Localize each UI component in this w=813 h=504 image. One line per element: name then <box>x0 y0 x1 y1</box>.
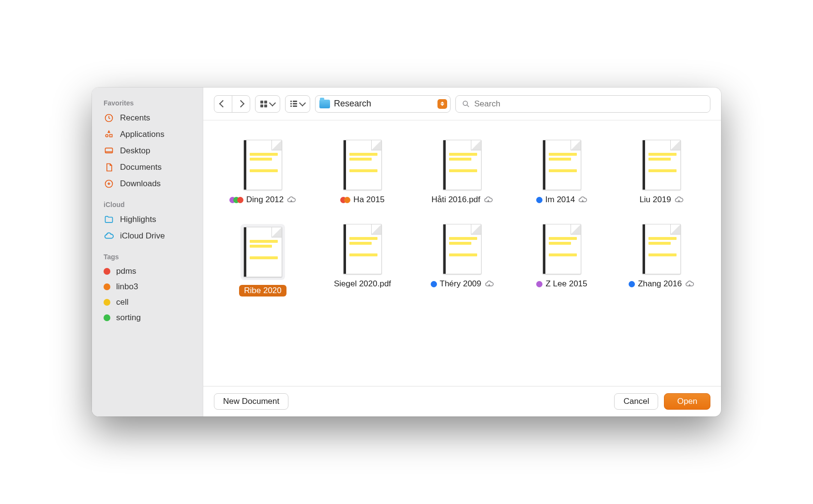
chevron-down-icon <box>300 102 305 106</box>
sidebar-item-label: linbo3 <box>116 282 138 292</box>
sidebar-item-label: Highlights <box>120 215 156 224</box>
file-item[interactable]: Zhang 2016 <box>617 224 707 296</box>
sidebar-item-label: Documents <box>120 163 162 172</box>
cloud-download-icon <box>674 196 684 203</box>
sidebar-item-documents[interactable]: Documents <box>92 159 203 176</box>
cloud-blue-icon <box>104 231 114 241</box>
tag-dots-icon <box>431 281 437 287</box>
file-thumbnail-icon <box>642 224 681 274</box>
file-name: Håti 2016.pdf <box>431 195 480 205</box>
file-label: Z Lee 2015 <box>536 279 587 289</box>
clock-icon <box>104 113 114 123</box>
sidebar-item-label: Applications <box>120 130 165 139</box>
list-icon <box>290 101 297 107</box>
file-name: Ding 2012 <box>246 195 284 205</box>
desktop-icon <box>104 146 114 156</box>
file-label: Ha 2015 <box>340 195 384 205</box>
nav-buttons <box>214 95 250 113</box>
file-label: Théry 2009 <box>431 279 494 289</box>
tag-dots-icon <box>629 281 635 287</box>
file-item[interactable]: Ding 2012 <box>218 140 308 205</box>
file-thumbnail-icon <box>443 224 482 274</box>
file-item[interactable]: Théry 2009 <box>417 224 507 296</box>
file-name: Ha 2015 <box>353 195 384 205</box>
cloud-download-icon <box>484 281 494 287</box>
svg-rect-1 <box>105 148 113 153</box>
file-item[interactable]: Im 2014 <box>517 140 607 205</box>
cloud-download-icon <box>483 196 493 203</box>
file-thumbnail-icon <box>343 224 382 274</box>
updown-icon <box>437 99 447 109</box>
apps-icon <box>104 129 114 140</box>
sidebar-item-recents[interactable]: Recents <box>92 110 203 126</box>
file-name: Im 2014 <box>545 195 575 205</box>
tag-dot-icon <box>104 299 110 306</box>
group-mode[interactable] <box>285 95 310 113</box>
search-input[interactable] <box>474 99 704 109</box>
dialog-footer: New Document Cancel Open <box>203 386 721 416</box>
tag-dots-icon <box>340 197 350 203</box>
sidebar: Favorites Recents Applications Desktop D… <box>92 88 203 416</box>
open-dialog: Favorites Recents Applications Desktop D… <box>92 88 721 416</box>
file-item[interactable]: Liu 2019 <box>617 140 707 205</box>
toolbar: Research <box>203 88 721 120</box>
file-name: Ribe 2020 <box>239 285 286 296</box>
tag-dot-icon <box>104 268 110 275</box>
cloud-download-icon <box>286 196 296 203</box>
sidebar-tag-sorting[interactable]: sorting <box>92 310 203 326</box>
cancel-button[interactable]: Cancel <box>614 393 658 410</box>
svg-point-3 <box>463 101 467 105</box>
cloud-download-icon <box>685 281 694 287</box>
sidebar-item-highlights[interactable]: Highlights <box>92 211 203 228</box>
file-item[interactable]: Siegel 2020.pdf <box>317 224 407 296</box>
file-item[interactable]: Ribe 2020 <box>218 224 308 296</box>
back-button[interactable] <box>214 96 232 112</box>
sidebar-item-label: Downloads <box>120 179 161 189</box>
sidebar-section-icloud: iCloud <box>92 196 203 211</box>
file-item[interactable]: Håti 2016.pdf <box>417 140 507 205</box>
file-item[interactable]: Ha 2015 <box>317 140 407 205</box>
tag-dots-icon <box>229 197 243 203</box>
path-selector[interactable]: Research <box>315 95 451 113</box>
file-label: Im 2014 <box>536 195 587 205</box>
tag-dots-icon <box>536 281 542 287</box>
sidebar-section-tags: Tags <box>92 248 203 264</box>
file-thumbnail-icon <box>542 140 581 190</box>
new-document-button[interactable]: New Document <box>214 393 288 410</box>
file-label: Ribe 2020 <box>239 285 286 296</box>
sidebar-item-label: Recents <box>120 113 150 123</box>
folder-blue-icon <box>104 214 114 225</box>
file-name: Théry 2009 <box>440 279 482 289</box>
file-thumbnail-icon <box>343 140 382 190</box>
folder-icon <box>319 100 330 108</box>
search-field[interactable] <box>455 95 710 113</box>
sidebar-item-label: sorting <box>116 313 141 323</box>
file-item[interactable]: Z Lee 2015 <box>517 224 607 296</box>
sidebar-item-desktop[interactable]: Desktop <box>92 143 203 159</box>
sidebar-item-applications[interactable]: Applications <box>92 126 203 143</box>
sidebar-tag-linbo3[interactable]: linbo3 <box>92 279 203 295</box>
downloads-icon <box>104 178 114 189</box>
sidebar-tag-pdms[interactable]: pdms <box>92 264 203 279</box>
sidebar-item-downloads[interactable]: Downloads <box>92 176 203 192</box>
chevron-right-icon <box>238 101 244 107</box>
file-label: Liu 2019 <box>639 195 683 205</box>
file-name: Z Lee 2015 <box>545 279 587 289</box>
file-name: Liu 2019 <box>639 195 671 205</box>
chevron-down-icon <box>270 102 275 106</box>
view-mode-icon-grid[interactable] <box>255 95 280 113</box>
file-label: Ding 2012 <box>229 195 297 205</box>
sidebar-item-label: pdms <box>116 267 136 276</box>
cloud-download-icon <box>578 196 587 203</box>
sidebar-tag-cell[interactable]: cell <box>92 295 203 310</box>
forward-button[interactable] <box>232 96 250 112</box>
grid-icon <box>260 101 267 107</box>
sidebar-item-label: cell <box>116 297 129 307</box>
sidebar-item-label: Desktop <box>120 146 150 156</box>
sidebar-item-icloud-drive[interactable]: iCloud Drive <box>92 228 203 244</box>
file-name: Zhang 2016 <box>638 279 682 289</box>
file-label: Håti 2016.pdf <box>431 195 493 205</box>
sidebar-section-favorites: Favorites <box>92 94 203 110</box>
open-button[interactable]: Open <box>664 393 710 410</box>
tag-dot-icon <box>104 314 110 321</box>
